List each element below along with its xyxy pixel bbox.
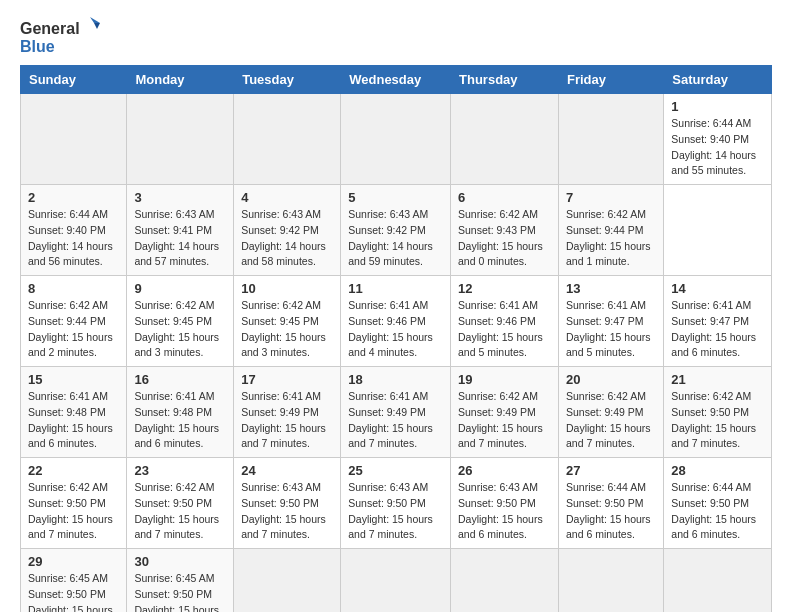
day-cell-15: 15 Sunrise: 6:41 AM Sunset: 9:48 PM Dayl… xyxy=(21,367,127,458)
day-info: Sunrise: 6:44 AM Sunset: 9:40 PM Dayligh… xyxy=(28,207,119,270)
day-cell-25: 25 Sunrise: 6:43 AM Sunset: 9:50 PM Dayl… xyxy=(341,458,451,549)
day-cell-18: 18 Sunrise: 6:41 AM Sunset: 9:49 PM Dayl… xyxy=(341,367,451,458)
day-info: Sunrise: 6:42 AM Sunset: 9:50 PM Dayligh… xyxy=(28,480,119,543)
day-cell-29: 29 Sunrise: 6:45 AM Sunset: 9:50 PM Dayl… xyxy=(21,549,127,612)
empty-cell xyxy=(451,94,559,185)
day-header-tuesday: Tuesday xyxy=(234,66,341,94)
day-cell-27: 27 Sunrise: 6:44 AM Sunset: 9:50 PM Dayl… xyxy=(558,458,663,549)
day-info: Sunrise: 6:43 AM Sunset: 9:50 PM Dayligh… xyxy=(348,480,443,543)
day-cell-4: 4 Sunrise: 6:43 AM Sunset: 9:42 PM Dayli… xyxy=(234,185,341,276)
day-info: Sunrise: 6:45 AM Sunset: 9:50 PM Dayligh… xyxy=(28,571,119,612)
day-cell-19: 19 Sunrise: 6:42 AM Sunset: 9:49 PM Dayl… xyxy=(451,367,559,458)
empty-cell xyxy=(341,549,451,612)
day-number: 5 xyxy=(348,190,443,205)
day-cell-17: 17 Sunrise: 6:41 AM Sunset: 9:49 PM Dayl… xyxy=(234,367,341,458)
day-number: 20 xyxy=(566,372,656,387)
logo-general: General xyxy=(20,20,80,38)
day-cell-3: 3 Sunrise: 6:43 AM Sunset: 9:41 PM Dayli… xyxy=(127,185,234,276)
empty-cell xyxy=(341,94,451,185)
week-row-4: 15 Sunrise: 6:41 AM Sunset: 9:48 PM Dayl… xyxy=(21,367,772,458)
day-info: Sunrise: 6:42 AM Sunset: 9:44 PM Dayligh… xyxy=(566,207,656,270)
logo: General Blue xyxy=(20,20,104,55)
day-cell-9: 9 Sunrise: 6:42 AM Sunset: 9:45 PM Dayli… xyxy=(127,276,234,367)
day-info: Sunrise: 6:42 AM Sunset: 9:49 PM Dayligh… xyxy=(458,389,551,452)
day-info: Sunrise: 6:41 AM Sunset: 9:49 PM Dayligh… xyxy=(348,389,443,452)
day-number: 11 xyxy=(348,281,443,296)
day-cell-22: 22 Sunrise: 6:42 AM Sunset: 9:50 PM Dayl… xyxy=(21,458,127,549)
day-info: Sunrise: 6:43 AM Sunset: 9:42 PM Dayligh… xyxy=(348,207,443,270)
day-number: 25 xyxy=(348,463,443,478)
day-info: Sunrise: 6:41 AM Sunset: 9:47 PM Dayligh… xyxy=(671,298,764,361)
day-number: 26 xyxy=(458,463,551,478)
day-number: 16 xyxy=(134,372,226,387)
day-info: Sunrise: 6:42 AM Sunset: 9:45 PM Dayligh… xyxy=(241,298,333,361)
day-number: 30 xyxy=(134,554,226,569)
day-cell-21: 21 Sunrise: 6:42 AM Sunset: 9:50 PM Dayl… xyxy=(664,367,772,458)
day-number: 17 xyxy=(241,372,333,387)
day-number: 14 xyxy=(671,281,764,296)
day-cell-13: 13 Sunrise: 6:41 AM Sunset: 9:47 PM Dayl… xyxy=(558,276,663,367)
day-info: Sunrise: 6:42 AM Sunset: 9:45 PM Dayligh… xyxy=(134,298,226,361)
day-cell-20: 20 Sunrise: 6:42 AM Sunset: 9:49 PM Dayl… xyxy=(558,367,663,458)
day-info: Sunrise: 6:41 AM Sunset: 9:49 PM Dayligh… xyxy=(241,389,333,452)
empty-cell xyxy=(234,549,341,612)
day-cell-6: 6 Sunrise: 6:42 AM Sunset: 9:43 PM Dayli… xyxy=(451,185,559,276)
day-number: 4 xyxy=(241,190,333,205)
calendar-table: SundayMondayTuesdayWednesdayThursdayFrid… xyxy=(20,65,772,612)
day-number: 28 xyxy=(671,463,764,478)
day-info: Sunrise: 6:44 AM Sunset: 9:40 PM Dayligh… xyxy=(671,116,764,179)
day-number: 1 xyxy=(671,99,764,114)
week-row-2: 2 Sunrise: 6:44 AM Sunset: 9:40 PM Dayli… xyxy=(21,185,772,276)
day-cell-8: 8 Sunrise: 6:42 AM Sunset: 9:44 PM Dayli… xyxy=(21,276,127,367)
day-info: Sunrise: 6:41 AM Sunset: 9:48 PM Dayligh… xyxy=(28,389,119,452)
logo-text: General Blue xyxy=(20,20,104,55)
week-row-3: 8 Sunrise: 6:42 AM Sunset: 9:44 PM Dayli… xyxy=(21,276,772,367)
day-number: 2 xyxy=(28,190,119,205)
day-number: 29 xyxy=(28,554,119,569)
empty-cell xyxy=(127,94,234,185)
logo-blue: Blue xyxy=(20,38,104,56)
day-number: 23 xyxy=(134,463,226,478)
day-info: Sunrise: 6:43 AM Sunset: 9:50 PM Dayligh… xyxy=(458,480,551,543)
day-cell-23: 23 Sunrise: 6:42 AM Sunset: 9:50 PM Dayl… xyxy=(127,458,234,549)
day-info: Sunrise: 6:41 AM Sunset: 9:46 PM Dayligh… xyxy=(458,298,551,361)
day-number: 18 xyxy=(348,372,443,387)
day-header-friday: Friday xyxy=(558,66,663,94)
day-info: Sunrise: 6:42 AM Sunset: 9:50 PM Dayligh… xyxy=(671,389,764,452)
empty-cell xyxy=(558,549,663,612)
day-info: Sunrise: 6:43 AM Sunset: 9:41 PM Dayligh… xyxy=(134,207,226,270)
day-number: 8 xyxy=(28,281,119,296)
day-header-sunday: Sunday xyxy=(21,66,127,94)
day-number: 9 xyxy=(134,281,226,296)
day-cell-24: 24 Sunrise: 6:43 AM Sunset: 9:50 PM Dayl… xyxy=(234,458,341,549)
day-info: Sunrise: 6:44 AM Sunset: 9:50 PM Dayligh… xyxy=(671,480,764,543)
day-info: Sunrise: 6:45 AM Sunset: 9:50 PM Dayligh… xyxy=(134,571,226,612)
day-cell-2: 2 Sunrise: 6:44 AM Sunset: 9:40 PM Dayli… xyxy=(21,185,127,276)
day-cell-30: 30 Sunrise: 6:45 AM Sunset: 9:50 PM Dayl… xyxy=(127,549,234,612)
day-number: 3 xyxy=(134,190,226,205)
day-number: 21 xyxy=(671,372,764,387)
svg-marker-0 xyxy=(90,17,100,23)
svg-marker-1 xyxy=(94,23,100,29)
week-row-5: 22 Sunrise: 6:42 AM Sunset: 9:50 PM Dayl… xyxy=(21,458,772,549)
day-number: 24 xyxy=(241,463,333,478)
day-number: 19 xyxy=(458,372,551,387)
empty-cell xyxy=(664,549,772,612)
week-row-1: 1 Sunrise: 6:44 AM Sunset: 9:40 PM Dayli… xyxy=(21,94,772,185)
day-header-wednesday: Wednesday xyxy=(341,66,451,94)
day-cell-28: 28 Sunrise: 6:44 AM Sunset: 9:50 PM Dayl… xyxy=(664,458,772,549)
days-header-row: SundayMondayTuesdayWednesdayThursdayFrid… xyxy=(21,66,772,94)
day-info: Sunrise: 6:43 AM Sunset: 9:50 PM Dayligh… xyxy=(241,480,333,543)
day-cell-11: 11 Sunrise: 6:41 AM Sunset: 9:46 PM Dayl… xyxy=(341,276,451,367)
day-cell-12: 12 Sunrise: 6:41 AM Sunset: 9:46 PM Dayl… xyxy=(451,276,559,367)
day-cell-5: 5 Sunrise: 6:43 AM Sunset: 9:42 PM Dayli… xyxy=(341,185,451,276)
day-header-monday: Monday xyxy=(127,66,234,94)
week-row-6: 29 Sunrise: 6:45 AM Sunset: 9:50 PM Dayl… xyxy=(21,549,772,612)
day-cell-16: 16 Sunrise: 6:41 AM Sunset: 9:48 PM Dayl… xyxy=(127,367,234,458)
day-number: 10 xyxy=(241,281,333,296)
day-number: 7 xyxy=(566,190,656,205)
day-header-saturday: Saturday xyxy=(664,66,772,94)
day-number: 27 xyxy=(566,463,656,478)
day-info: Sunrise: 6:41 AM Sunset: 9:48 PM Dayligh… xyxy=(134,389,226,452)
day-info: Sunrise: 6:42 AM Sunset: 9:49 PM Dayligh… xyxy=(566,389,656,452)
